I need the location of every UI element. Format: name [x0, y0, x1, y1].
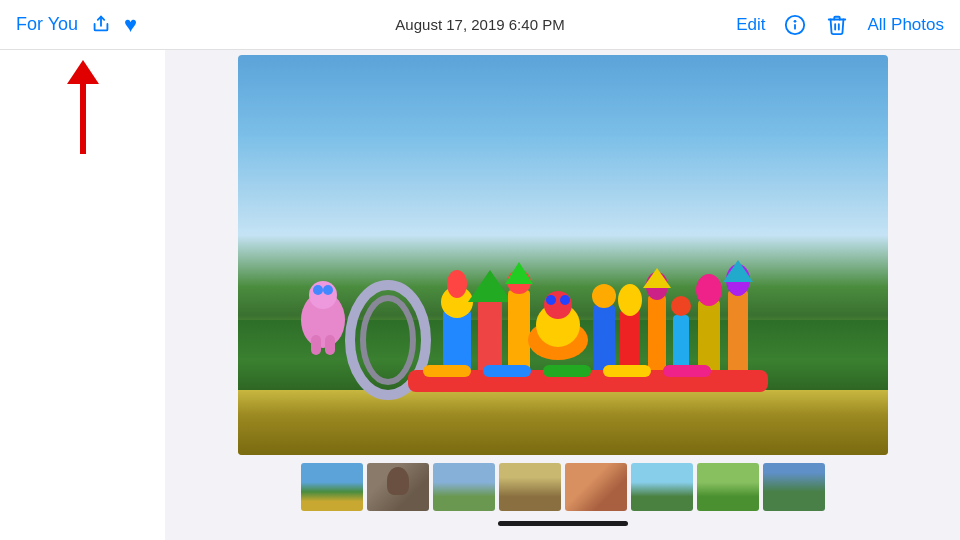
thumbnail-1[interactable] [301, 463, 363, 511]
svg-marker-38 [723, 260, 753, 282]
thumbnail-8[interactable] [763, 463, 825, 511]
svg-rect-8 [311, 335, 321, 355]
info-button[interactable] [783, 13, 807, 37]
photo-area [165, 50, 960, 540]
red-arrow [67, 60, 99, 154]
svg-point-33 [671, 296, 691, 316]
info-icon [784, 14, 806, 36]
scroll-indicator [498, 521, 628, 526]
main-content [0, 50, 960, 540]
svg-point-23 [546, 295, 556, 305]
svg-point-28 [618, 284, 642, 316]
svg-rect-9 [325, 335, 335, 355]
svg-marker-19 [505, 262, 533, 284]
thumbnail-3[interactable] [433, 463, 495, 511]
svg-rect-42 [543, 365, 591, 377]
left-panel [0, 50, 165, 540]
svg-point-5 [309, 281, 337, 309]
main-photo[interactable] [238, 55, 888, 455]
arrow-shaft [80, 84, 86, 154]
svg-point-11 [363, 298, 413, 382]
all-photos-button[interactable]: All Photos [867, 15, 944, 35]
svg-rect-40 [423, 365, 471, 377]
structures-svg [268, 240, 868, 400]
svg-point-6 [313, 285, 323, 295]
svg-point-14 [447, 270, 467, 298]
thumbnail-2[interactable] [367, 463, 429, 511]
svg-rect-43 [603, 365, 651, 377]
share-button[interactable] [90, 12, 112, 38]
for-you-button[interactable]: For You [16, 14, 78, 35]
thumbnail-6[interactable] [631, 463, 693, 511]
thumbnail-5[interactable] [565, 463, 627, 511]
toolbar: For You ♥ August 17, 2019 6:40 PM Edit [0, 0, 960, 50]
svg-rect-44 [663, 365, 711, 377]
edit-button[interactable]: Edit [736, 15, 765, 35]
svg-point-35 [696, 274, 722, 306]
share-icon [90, 12, 112, 34]
svg-point-24 [560, 295, 570, 305]
toolbar-left: For You ♥ [16, 12, 216, 38]
person-silhouette [387, 467, 409, 495]
thumbnail-strip [301, 463, 825, 511]
svg-point-7 [323, 285, 333, 295]
date-time-label: August 17, 2019 6:40 PM [395, 16, 564, 33]
trash-button[interactable] [825, 13, 849, 37]
svg-point-26 [592, 284, 616, 308]
trash-icon [826, 14, 848, 36]
svg-marker-16 [468, 270, 512, 302]
svg-rect-41 [483, 365, 531, 377]
arrow-head [67, 60, 99, 84]
svg-point-22 [544, 291, 572, 319]
heart-button[interactable]: ♥ [124, 12, 137, 38]
toolbar-right: Edit All Photos [736, 13, 944, 37]
thumbnail-7[interactable] [697, 463, 759, 511]
thumbnail-4[interactable] [499, 463, 561, 511]
svg-marker-31 [643, 268, 671, 288]
